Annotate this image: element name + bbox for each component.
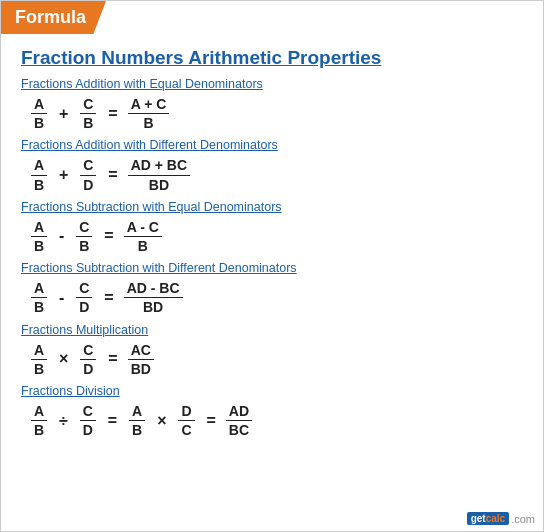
section-multiplication: Fractions Multiplication A B × C D = AC … bbox=[21, 323, 523, 378]
operator-minus-1: - bbox=[59, 227, 64, 245]
watermark-logo: getcalc bbox=[467, 512, 509, 525]
equals-4: = bbox=[104, 289, 113, 307]
fraction-a-b-3: A B bbox=[29, 218, 49, 255]
operator-plus-1: + bbox=[59, 105, 68, 123]
section-label-multiplication: Fractions Multiplication bbox=[21, 323, 523, 337]
result-fraction-ac-bd: AC BD bbox=[128, 341, 154, 378]
formula-row-addition-equal: A B + C B = A + C B bbox=[29, 95, 523, 132]
operator-minus-2: - bbox=[59, 289, 64, 307]
fraction-a-b-2: A B bbox=[29, 156, 49, 193]
equals-6: = bbox=[108, 412, 117, 430]
fraction-a-b-5: A B bbox=[29, 341, 49, 378]
fraction-c-b-2: C B bbox=[74, 218, 94, 255]
watermark: getcalc .com bbox=[467, 512, 535, 525]
section-division: Fractions Division A B ÷ C D = A B × bbox=[21, 384, 523, 439]
main-container: Formula Fraction Numbers Arithmetic Prop… bbox=[0, 0, 544, 532]
equals-2: = bbox=[108, 166, 117, 184]
fraction-a-b-4: A B bbox=[29, 279, 49, 316]
formula-row-subtraction-equal: A B - C B = A - C B bbox=[29, 218, 523, 255]
formula-row-multiplication: A B × C D = AC BD bbox=[29, 341, 523, 378]
header-tab-label: Formula bbox=[15, 7, 86, 27]
formula-row-addition-diff: A B + C D = AD + BC BD bbox=[29, 156, 523, 193]
fraction-a-b: A B bbox=[29, 95, 49, 132]
result-fraction-ad-bc: AD BC bbox=[226, 402, 252, 439]
operator-divide: ÷ bbox=[59, 412, 68, 430]
operator-multiply: × bbox=[59, 350, 68, 368]
section-label-addition-equal: Fractions Addition with Equal Denominato… bbox=[21, 77, 523, 91]
content-area: Fraction Numbers Arithmetic Properties F… bbox=[1, 37, 543, 453]
result-fraction-aminusc-b: A - C B bbox=[124, 218, 162, 255]
equals-7: = bbox=[206, 412, 215, 430]
fraction-c-d-2: C D bbox=[74, 279, 94, 316]
section-subtraction-diff: Fractions Subtraction with Different Den… bbox=[21, 261, 523, 316]
fraction-a-b-6: A B bbox=[29, 402, 49, 439]
operator-plus-2: + bbox=[59, 166, 68, 184]
watermark-suffix: .com bbox=[511, 513, 535, 525]
section-addition-equal: Fractions Addition with Equal Denominato… bbox=[21, 77, 523, 132]
result-fraction-adminusbc-bd: AD - BC BD bbox=[124, 279, 183, 316]
equals-3: = bbox=[104, 227, 113, 245]
result-fraction-aplusc-b: A + C B bbox=[128, 95, 170, 132]
header-tab: Formula bbox=[1, 1, 106, 34]
result-fraction-adplusbc-bd: AD + BC BD bbox=[128, 156, 190, 193]
main-title: Fraction Numbers Arithmetic Properties bbox=[21, 47, 523, 69]
equals-1: = bbox=[108, 105, 117, 123]
section-label-addition-diff: Fractions Addition with Different Denomi… bbox=[21, 138, 523, 152]
formula-row-division: A B ÷ C D = A B × D C = bbox=[29, 402, 523, 439]
operator-multiply-2: × bbox=[157, 412, 166, 430]
formula-row-subtraction-diff: A B - C D = AD - BC BD bbox=[29, 279, 523, 316]
fraction-d-c: D C bbox=[176, 402, 196, 439]
section-label-subtraction-equal: Fractions Subtraction with Equal Denomin… bbox=[21, 200, 523, 214]
section-subtraction-equal: Fractions Subtraction with Equal Denomin… bbox=[21, 200, 523, 255]
fraction-c-d-3: C D bbox=[78, 341, 98, 378]
fraction-c-d: C D bbox=[78, 156, 98, 193]
fraction-a-b-7: A B bbox=[127, 402, 147, 439]
fraction-c-b: C B bbox=[78, 95, 98, 132]
section-label-division: Fractions Division bbox=[21, 384, 523, 398]
section-addition-diff: Fractions Addition with Different Denomi… bbox=[21, 138, 523, 193]
fraction-c-d-4: C D bbox=[78, 402, 98, 439]
equals-5: = bbox=[108, 350, 117, 368]
section-label-subtraction-diff: Fractions Subtraction with Different Den… bbox=[21, 261, 523, 275]
